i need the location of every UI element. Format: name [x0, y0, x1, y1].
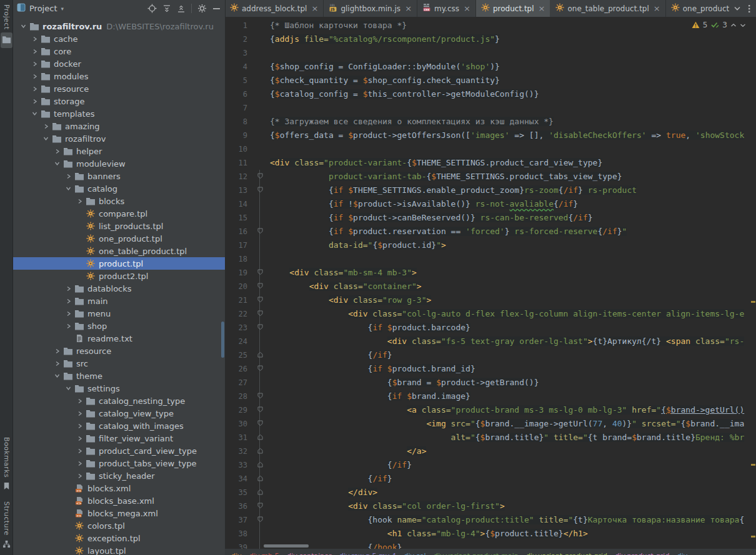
collapse-all-icon[interactable]	[177, 4, 186, 13]
tree-item-filter_view_variant[interactable]: filter_view_variant	[12, 432, 225, 444]
editor-tab-my.css[interactable]: cssmy.css×	[417, 0, 476, 17]
tree-item-product_tabs_view_type[interactable]: product_tabs_view_type	[12, 457, 225, 469]
chevron-right-icon[interactable]	[64, 311, 73, 317]
close-icon[interactable]: ×	[464, 4, 470, 13]
tree-item-blocks_base.xml[interactable]: <>blocks_base.xml	[12, 494, 225, 507]
tree-item-amazing[interactable]: amazing	[12, 120, 225, 132]
chevron-right-icon[interactable]	[75, 423, 84, 429]
chevron-right-icon[interactable]	[30, 61, 39, 67]
chevron-down-icon[interactable]: ▾	[61, 6, 64, 12]
fold-down-icon[interactable]	[252, 390, 267, 403]
close-icon[interactable]: ×	[539, 4, 545, 13]
tree-item-one_table_product.tpl[interactable]: one_table_product.tpl	[12, 245, 225, 257]
typos-ok-icon[interactable]	[710, 21, 719, 29]
fold-down-icon[interactable]	[252, 280, 267, 293]
chevron-right-icon[interactable]	[30, 49, 39, 54]
tree-item-sticky_header[interactable]: sticky_header	[12, 469, 225, 482]
tree-item-blocks[interactable]: blocks	[12, 195, 225, 207]
fold-down-icon[interactable]	[252, 170, 267, 184]
tree-item-resource[interactable]: resource	[12, 82, 225, 95]
tool-window-icon[interactable]	[17, 2, 26, 14]
chevron-right-icon[interactable]	[52, 149, 62, 154]
chevron-right-icon[interactable]	[75, 461, 84, 466]
editor-tab-product.tpl[interactable]: product.tpl×	[476, 0, 551, 17]
more-vertical-icon[interactable]	[748, 4, 750, 13]
tree-scrollbar[interactable]	[221, 322, 224, 358]
fold-down-icon[interactable]	[252, 403, 267, 417]
chevron-down-small-icon[interactable]	[740, 23, 746, 27]
chevron-right-icon[interactable]	[64, 298, 73, 304]
fold-up-icon[interactable]	[252, 348, 267, 362]
fold-down-icon[interactable]	[252, 184, 267, 197]
tool-window-title[interactable]: Project	[29, 4, 57, 13]
settings-icon[interactable]	[197, 4, 207, 13]
chevron-right-icon[interactable]	[75, 411, 84, 416]
fold-down-icon[interactable]	[252, 417, 267, 431]
breadcrumb-item[interactable]: div.mb-5	[249, 552, 279, 555]
warning-icon[interactable]	[692, 21, 700, 29]
tree-item-main[interactable]: main	[12, 295, 225, 307]
tree-item-banners[interactable]: banners	[12, 170, 225, 182]
tree-item-product.tpl[interactable]: product.tpl	[12, 257, 225, 270]
chevron-right-icon[interactable]	[52, 361, 62, 366]
fold-down-icon[interactable]	[252, 225, 267, 238]
chevron-right-icon[interactable]	[75, 398, 84, 404]
chevron-right-icon[interactable]	[64, 174, 73, 179]
breadcrumb-item[interactable]: div.variant-product-grid	[526, 552, 607, 555]
close-icon[interactable]: ×	[654, 4, 660, 13]
chevron-right-icon[interactable]	[64, 286, 73, 292]
fold-up-icon[interactable]	[252, 472, 267, 486]
tree-item-templates[interactable]: templates	[12, 107, 225, 120]
fold-up-icon[interactable]	[252, 486, 267, 499]
breadcrumb-item[interactable]: div.container	[287, 552, 331, 555]
tree-item-rozafiltrov[interactable]: rozafiltrov	[12, 132, 225, 145]
editor-tab-glightbox.min.js[interactable]: 101JSglightbox.min.js×	[324, 0, 417, 17]
tree-item-helper[interactable]: helper	[12, 145, 225, 157]
tree-item-one_product.tpl[interactable]: one_product.tpl	[12, 232, 225, 245]
tree-item-readme.txt[interactable]: readme.txt	[12, 332, 225, 345]
chevron-down-icon[interactable]	[734, 6, 741, 11]
tree-item-datablocks[interactable]: datablocks	[12, 282, 225, 295]
breadcrumb-item[interactable]: div.product-grid	[615, 552, 669, 555]
fold-up-icon[interactable]	[252, 444, 267, 458]
tree-item-settings[interactable]: settings	[12, 382, 225, 395]
tree-item-blocks_mega.xml[interactable]: <>blocks_mega.xml	[12, 507, 225, 519]
chevron-up-small-icon[interactable]	[730, 23, 737, 27]
fold-down-icon[interactable]	[252, 307, 267, 321]
breadcrumb-item[interactable]: div.variant-product-main	[434, 552, 519, 555]
fold-up-icon[interactable]	[252, 431, 267, 444]
tree-item-theme[interactable]: theme	[12, 370, 225, 382]
tree-item-resource[interactable]: resource	[12, 345, 225, 357]
activity-bar-item-project[interactable]: Project	[1, 4, 12, 48]
tree-item-rozafiltrov.ru[interactable]: rozafiltrov.ruD:\WEBSITES\rozafiltrov.ru	[12, 20, 225, 32]
fold-down-icon[interactable]	[252, 293, 267, 307]
tree-item-shop[interactable]: shop	[12, 320, 225, 332]
chevron-down-icon[interactable]	[64, 186, 73, 191]
chevron-down-icon[interactable]	[30, 111, 39, 116]
chevron-right-icon[interactable]	[75, 473, 84, 479]
breadcrumb-item[interactable]: div.col	[404, 552, 426, 555]
tree-item-product2.tpl[interactable]: product2.tpl	[12, 270, 225, 282]
chevron-right-icon[interactable]	[75, 199, 84, 204]
chevron-right-icon[interactable]	[30, 36, 39, 42]
tree-item-blocks.xml[interactable]: <>blocks.xml	[12, 482, 225, 494]
chevron-right-icon[interactable]	[41, 124, 51, 129]
tree-item-list_products.tpl[interactable]: list_products.tpl	[12, 220, 225, 232]
fold-down-icon[interactable]	[252, 321, 267, 335]
breadcrumb-item[interactable]: div	[231, 552, 242, 555]
fold-up-icon[interactable]	[252, 458, 267, 472]
close-icon[interactable]: ×	[311, 4, 318, 13]
expand-all-icon[interactable]	[162, 4, 171, 13]
tree-item-exception.tpl[interactable]: exception.tpl	[12, 532, 225, 544]
fold-down-icon[interactable]	[252, 513, 267, 527]
fold-down-icon[interactable]	[252, 362, 267, 376]
tree-item-catalog_nesting_type[interactable]: catalog_nesting_type	[12, 395, 225, 407]
tree-item-colors.tpl[interactable]: colors.tpl	[12, 519, 225, 532]
chevron-down-icon[interactable]	[19, 24, 28, 29]
activity-bar-item-structure[interactable]: Structure	[2, 501, 11, 551]
horizontal-scrollbar[interactable]	[264, 544, 309, 548]
chevron-down-icon[interactable]	[52, 373, 62, 378]
hide-icon[interactable]	[212, 7, 221, 10]
chevron-down-icon[interactable]	[52, 161, 62, 166]
chevron-right-icon[interactable]	[75, 448, 84, 454]
